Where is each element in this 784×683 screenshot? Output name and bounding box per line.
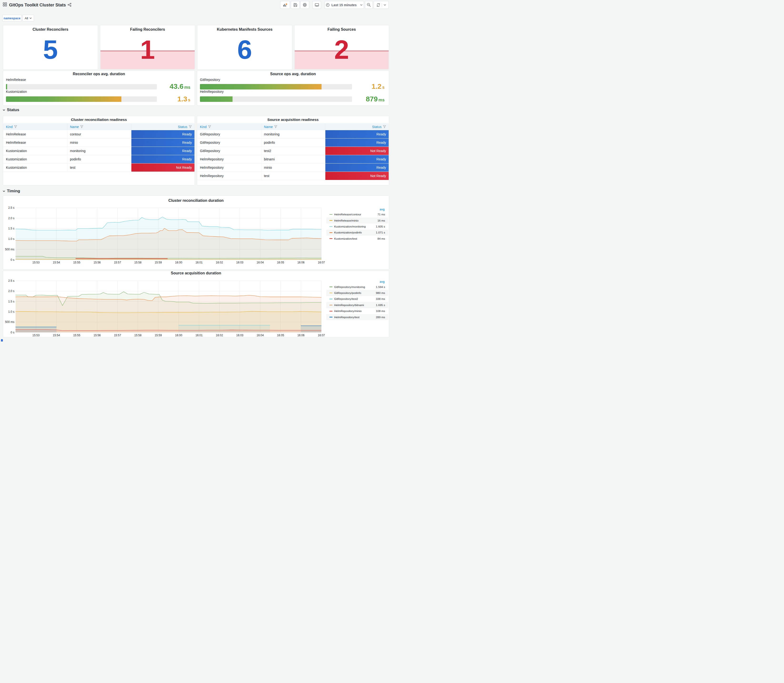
svg-text:15:53: 15:53 — [32, 333, 40, 337]
svg-text:500 ms: 500 ms — [5, 248, 14, 251]
svg-text:16:00: 16:00 — [175, 333, 182, 337]
svg-text:15:57: 15:57 — [114, 333, 121, 337]
svg-text:16:03: 16:03 — [236, 261, 243, 264]
svg-text:15:59: 15:59 — [155, 261, 162, 264]
svg-text:16:06: 16:06 — [297, 333, 305, 337]
svg-text:16:01: 16:01 — [196, 333, 202, 337]
svg-text:16:01: 16:01 — [196, 261, 202, 264]
svg-text:16:05: 16:05 — [277, 261, 284, 264]
svg-text:1.5 s: 1.5 s — [8, 227, 14, 230]
svg-text:15:58: 15:58 — [134, 333, 141, 337]
svg-text:16:04: 16:04 — [257, 333, 264, 337]
svg-text:16:06: 16:06 — [297, 261, 305, 264]
svg-text:15:55: 15:55 — [73, 261, 80, 264]
svg-text:15:59: 15:59 — [155, 333, 162, 337]
svg-text:2.0 s: 2.0 s — [8, 216, 14, 220]
svg-text:16:07: 16:07 — [318, 261, 325, 264]
svg-text:15:55: 15:55 — [73, 333, 80, 337]
svg-text:2.5 s: 2.5 s — [8, 206, 14, 209]
svg-text:16:07: 16:07 — [318, 333, 325, 337]
svg-text:15:56: 15:56 — [93, 261, 101, 264]
svg-text:15:56: 15:56 — [93, 333, 101, 337]
svg-text:0 s: 0 s — [10, 331, 14, 334]
svg-text:1.0 s: 1.0 s — [8, 310, 14, 313]
svg-text:0 s: 0 s — [10, 258, 14, 261]
svg-text:16:04: 16:04 — [257, 261, 264, 264]
svg-text:16:02: 16:02 — [216, 261, 223, 264]
svg-text:1.0 s: 1.0 s — [8, 237, 14, 240]
svg-text:1.5 s: 1.5 s — [8, 300, 14, 303]
svg-text:500 ms: 500 ms — [5, 320, 14, 324]
svg-text:15:54: 15:54 — [53, 261, 60, 264]
svg-text:15:53: 15:53 — [32, 261, 40, 264]
svg-text:2.0 s: 2.0 s — [8, 289, 14, 293]
svg-text:2.5 s: 2.5 s — [8, 279, 14, 282]
svg-text:16:00: 16:00 — [175, 261, 182, 264]
svg-text:15:57: 15:57 — [114, 261, 121, 264]
svg-text:16:03: 16:03 — [236, 333, 243, 337]
svg-text:16:05: 16:05 — [277, 333, 284, 337]
svg-text:15:54: 15:54 — [53, 333, 60, 337]
svg-text:15:58: 15:58 — [134, 261, 141, 264]
svg-text:16:02: 16:02 — [216, 333, 223, 337]
